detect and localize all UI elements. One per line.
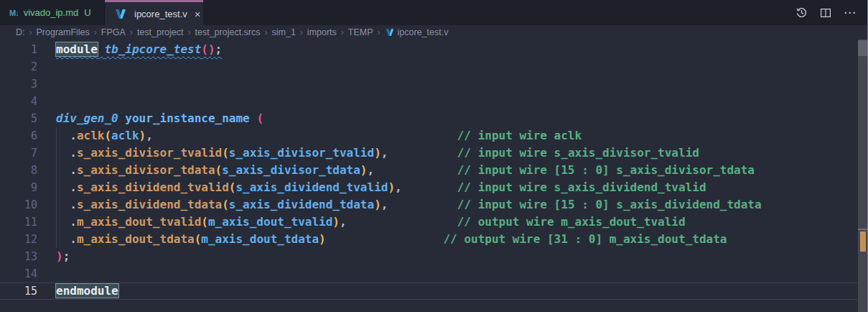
code-token: your_instance_name [125, 111, 249, 125]
code-token: s_axis_dividend_tdata [229, 198, 374, 211]
breadcrumb-item[interactable]: test_project.srcs [195, 27, 261, 37]
code-content: module tb_ipcore_test(); [56, 41, 222, 58]
code-lines: 1module tb_ipcore_test();2345div_gen_0 y… [0, 41, 857, 300]
squiggle-underline: module tb_ipcore_test(); [56, 42, 222, 56]
code-token: div_gen_0 [56, 111, 118, 125]
code-token: // output wire [31 : 0] m_axis_dout_tdat… [443, 232, 727, 246]
code-editor[interactable]: 1module tb_ipcore_test();2345div_gen_0 y… [0, 40, 868, 312]
code-token [326, 232, 444, 246]
code-token: . [70, 215, 77, 229]
code-line[interactable]: 12 .m_axis_dout_tdata(m_axis_dout_tdata)… [0, 231, 857, 248]
line-number: 1 [0, 41, 37, 58]
code-token: . [70, 198, 77, 211]
code-token [388, 198, 457, 211]
breadcrumb-item[interactable]: test_project [136, 27, 185, 37]
code-token [56, 129, 70, 142]
code-token [56, 180, 70, 194]
timeline-history-icon[interactable] [795, 6, 808, 19]
code-line[interactable]: 9 .s_axis_dividend_tvalid(s_axis_dividen… [0, 179, 857, 196]
line-number: 15 [0, 283, 37, 299]
code-token: ) [374, 198, 381, 211]
code-line[interactable]: 1module tb_ipcore_test(); [0, 41, 857, 58]
code-token: s_axis_dividend_tvalid [235, 180, 388, 194]
code-token [347, 215, 457, 229]
code-token: () [201, 42, 215, 56]
code-token: . [70, 163, 77, 177]
tab-vivado-ip-md[interactable]: M↓ vivado_ip.md U [0, 0, 105, 25]
code-token [402, 180, 457, 194]
line-number: 7 [0, 144, 37, 162]
breadcrumb-separator: › [26, 27, 36, 37]
code-token: , [395, 180, 402, 194]
line-number: 8 [0, 162, 37, 179]
code-content: .s_axis_divisor_tdata(s_axis_divisor_tda… [56, 162, 755, 179]
code-token: aclk [77, 129, 105, 142]
code-token: m_axis_dout_tdata [77, 232, 195, 246]
line-number: 4 [0, 93, 37, 110]
code-token: ) [139, 129, 146, 142]
tab-label: ipcore_test.v [134, 9, 187, 19]
code-token: . [70, 146, 77, 160]
code-token: ( [256, 111, 263, 125]
breadcrumb-item[interactable]: TEMP [347, 27, 374, 37]
code-line[interactable]: 10 .s_axis_dividend_tdata(s_axis_dividen… [0, 196, 857, 214]
line-number: 10 [0, 196, 37, 214]
code-content: endmodule [56, 283, 118, 299]
breadcrumb-item[interactable]: imports [307, 27, 337, 37]
scrollbar-thumb[interactable] [858, 40, 868, 56]
code-line[interactable]: 5div_gen_0 your_instance_name ( [0, 110, 857, 127]
breadcrumb: D: › ProgramFiles › FPGA › test_project … [0, 25, 868, 40]
breadcrumb-separator: › [337, 27, 347, 37]
code-line[interactable]: 14 [0, 265, 857, 283]
code-token [118, 111, 126, 125]
close-icon[interactable]: × [192, 7, 203, 21]
tab-label: vivado_ip.md [24, 7, 79, 18]
code-token: // input wire [15 : 0] s_axis_dividend_t… [457, 198, 762, 211]
line-number: 6 [0, 127, 37, 144]
code-line[interactable]: 8 .s_axis_divisor_tdata(s_axis_divisor_t… [0, 162, 857, 179]
code-line[interactable]: 2 [0, 58, 857, 75]
code-token [374, 163, 457, 177]
more-actions-icon[interactable]: ⋯ [844, 5, 857, 20]
code-line[interactable]: 3 [0, 75, 857, 93]
line-number: 11 [0, 214, 37, 231]
code-content: .m_axis_dout_tvalid(m_axis_dout_tvalid),… [56, 214, 686, 231]
code-token: s_axis_divisor_tvalid [229, 146, 374, 160]
code-token: // input wire [15 : 0] s_axis_divisor_td… [457, 163, 755, 177]
code-content: .m_axis_dout_tdata(m_axis_dout_tdata) //… [56, 231, 727, 248]
code-token: ( [222, 146, 229, 160]
code-content: .aclk(aclk), // input wire aclk [56, 127, 582, 144]
code-token: ) [319, 232, 326, 246]
breadcrumb-item[interactable]: FPGA [101, 27, 126, 37]
overview-ruler-line [858, 229, 868, 230]
scrollbar-track[interactable] [858, 40, 868, 312]
code-token: ( [195, 232, 202, 246]
git-untracked-badge: U [84, 7, 90, 18]
code-token: s_axis_dividend_tdata [77, 198, 222, 211]
breadcrumb-item-file[interactable]: ipcore_test.v [397, 27, 449, 37]
breadcrumb-item[interactable]: D: [15, 27, 26, 37]
code-content: ); [56, 248, 70, 265]
code-token: , [146, 129, 153, 142]
breadcrumb-separator: › [374, 27, 384, 37]
code-line[interactable]: 11 .m_axis_dout_tvalid(m_axis_dout_tvali… [0, 214, 857, 231]
occurrence-highlight: endmodule [56, 284, 118, 298]
code-line[interactable]: 6 .aclk(aclk), // input wire aclk [0, 127, 857, 144]
line-number: 2 [0, 58, 37, 75]
code-token [250, 111, 257, 125]
tab-bar: M↓ vivado_ip.md U ipcore_test.v × [0, 0, 868, 25]
code-line[interactable]: 15endmodule [0, 283, 857, 300]
code-line[interactable]: 13); [0, 248, 857, 265]
code-line[interactable]: 7 .s_axis_divisor_tvalid(s_axis_divisor_… [0, 144, 857, 162]
code-token: m_axis_dout_tvalid [77, 215, 201, 229]
tab-ipcore-test-v[interactable]: ipcore_test.v × [105, 0, 203, 25]
breadcrumb-item[interactable]: sim_1 [271, 27, 297, 37]
code-line[interactable]: 4 [0, 93, 857, 110]
code-token [56, 215, 70, 229]
code-token: , [381, 146, 388, 160]
breadcrumb-item[interactable]: ProgramFiles [36, 27, 90, 37]
code-token: s_axis_divisor_tdata [222, 163, 360, 177]
split-editor-icon[interactable] [820, 7, 831, 19]
code-token: s_axis_dividend_tvalid [77, 180, 229, 194]
occurrence-highlight: module [56, 42, 98, 56]
